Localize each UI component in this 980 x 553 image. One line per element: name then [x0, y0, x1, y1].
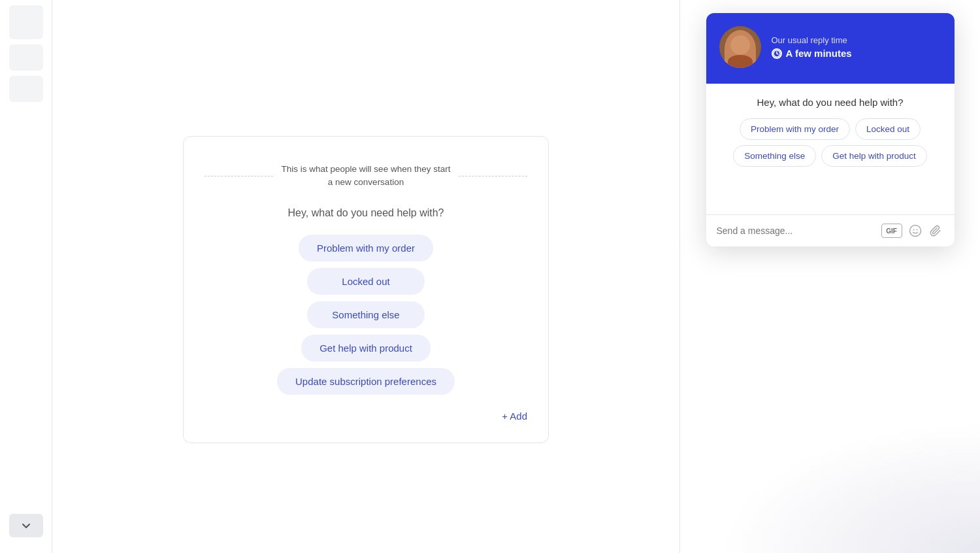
clock-icon — [772, 48, 782, 59]
avatar-figure — [725, 30, 756, 68]
option-btn-2[interactable]: Something else — [307, 301, 425, 328]
preview-panel: Our usual reply time A few minutes Hey, … — [679, 0, 980, 553]
divider-line-left — [204, 176, 273, 176]
chat-options: Problem with my order Locked out Somethi… — [717, 118, 944, 167]
avatar — [719, 26, 761, 68]
option-btn-3[interactable]: Get help with product — [301, 335, 431, 361]
reply-time-text: A few minutes — [786, 48, 852, 59]
svg-point-1 — [909, 226, 921, 237]
sidebar-item-1[interactable] — [9, 5, 43, 39]
chat-input-area: GIF — [706, 214, 955, 246]
chat-actions: GIF — [881, 223, 944, 239]
chat-body: Hey, what do you need help with? Problem… — [706, 84, 955, 214]
conversation-preview: This is what people will see when they s… — [183, 136, 549, 444]
add-option-button[interactable]: + Add — [502, 411, 527, 422]
chat-header: Our usual reply time A few minutes — [706, 13, 955, 84]
option-btn-0[interactable]: Problem with my order — [299, 235, 433, 261]
editor-prompt-text: Hey, what do you need help with? — [288, 207, 444, 219]
sidebar-item-2[interactable] — [9, 44, 43, 71]
divider-label: This is what people will see when they s… — [204, 163, 527, 190]
chat-option-1[interactable]: Locked out — [855, 118, 921, 140]
chat-option-0[interactable]: Problem with my order — [740, 118, 850, 140]
chat-widget: Our usual reply time A few minutes Hey, … — [706, 13, 955, 246]
main-content: This is what people will see when they s… — [52, 0, 679, 553]
svg-point-3 — [916, 229, 917, 231]
reply-time-value: A few minutes — [772, 48, 941, 59]
emoji-button[interactable] — [907, 223, 923, 239]
option-btn-1[interactable]: Locked out — [307, 268, 425, 295]
editor-panel: This is what people will see when they s… — [52, 0, 679, 553]
gif-button[interactable]: GIF — [881, 224, 902, 238]
divider-text: This is what people will see when they s… — [281, 163, 451, 190]
reply-time-label: Our usual reply time — [772, 35, 941, 45]
chat-option-3[interactable]: Get help with product — [821, 145, 927, 167]
sidebar — [0, 0, 52, 553]
chat-option-2[interactable]: Something else — [733, 145, 816, 167]
sidebar-item-3[interactable] — [9, 76, 43, 102]
option-buttons-list: Problem with my order Locked out Somethi… — [204, 235, 527, 395]
attach-button[interactable] — [928, 223, 944, 239]
chat-header-info: Our usual reply time A few minutes — [772, 35, 941, 59]
sidebar-dropdown[interactable] — [9, 514, 43, 537]
divider-line-right — [459, 176, 527, 176]
chat-prompt-text: Hey, what do you need help with? — [717, 97, 944, 108]
option-btn-4[interactable]: Update subscription preferences — [277, 368, 455, 395]
bottom-decoration — [719, 422, 980, 553]
chat-message-input[interactable] — [717, 226, 875, 236]
svg-point-2 — [913, 229, 914, 231]
